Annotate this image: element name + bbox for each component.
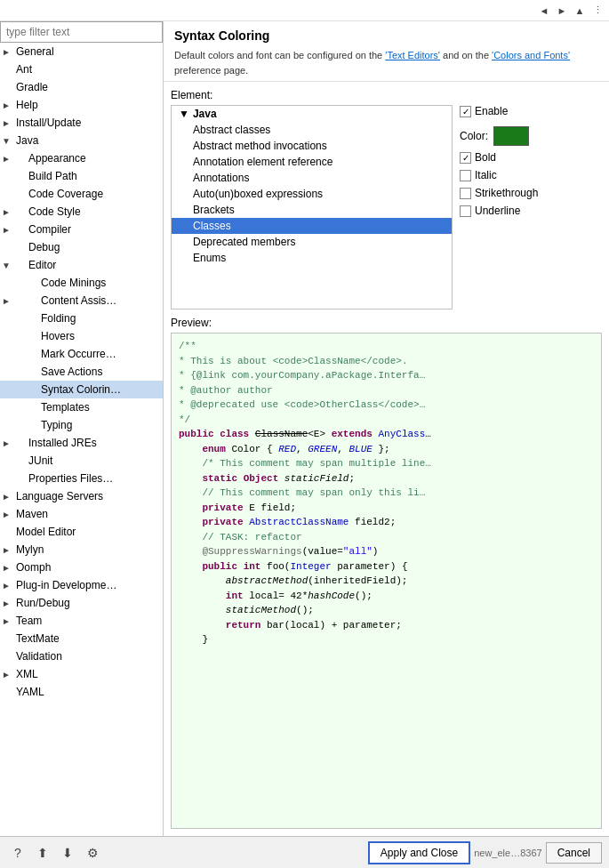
back-button[interactable]: ◄: [536, 3, 552, 19]
tree-label-save-actions: Save Actions: [12, 365, 104, 379]
sidebar-item-editor[interactable]: Editor: [0, 256, 163, 274]
sidebar-item-java[interactable]: Java: [0, 132, 163, 149]
tree-arrow-maven: [0, 510, 12, 519]
sidebar-item-team[interactable]: Team: [0, 612, 163, 630]
tree-label-code-coverage: Code Coverage: [12, 187, 105, 201]
element-section: ▼ Java Abstract classesAbstract method i…: [171, 105, 602, 309]
settings-icon[interactable]: ⚙: [82, 842, 103, 864]
list-item[interactable]: Abstract method invocations: [172, 138, 452, 154]
code-line: abstractMethod(inheritedField);: [179, 574, 594, 589]
sidebar-item-install-update[interactable]: Install/Update: [0, 114, 163, 132]
italic-checkbox[interactable]: [460, 170, 471, 181]
tree-arrow-content-assist: [0, 296, 12, 306]
panel-body: Element: ▼ Java Abstract classesAbstract…: [164, 82, 609, 836]
tree-label-run-debug: Run/Debug: [12, 596, 72, 610]
tree-label-xml: XML: [12, 667, 40, 681]
up-button[interactable]: ▲: [572, 3, 588, 19]
tree-arrow-appearance: [0, 154, 12, 164]
apply-close-button[interactable]: Apply and Close: [368, 841, 470, 864]
sidebar-item-syntax-coloring[interactable]: Syntax Colorin…: [0, 381, 163, 398]
list-item[interactable]: Auto(un)boxed expressions: [172, 186, 452, 202]
sidebar-item-folding[interactable]: Folding: [0, 309, 163, 327]
sidebar-item-build-path[interactable]: Build Path: [0, 167, 163, 185]
text-editors-link[interactable]: 'Text Editors': [385, 50, 440, 60]
sidebar-item-ant[interactable]: Ant: [0, 60, 163, 78]
list-parent-arrow: ▼: [179, 108, 189, 120]
tree-label-yaml: YAML: [12, 685, 46, 699]
sidebar-item-code-style[interactable]: Code Style: [0, 203, 163, 221]
list-item[interactable]: Annotations: [172, 170, 452, 186]
sidebar-item-xml[interactable]: XML: [0, 665, 163, 683]
tree-arrow-installed-jres: [0, 438, 12, 448]
list-item[interactable]: Deprecated members: [172, 234, 452, 250]
tree-label-gradle: Gradle: [12, 80, 50, 94]
filter-input[interactable]: [0, 21, 163, 43]
sidebar-item-textmate[interactable]: TextMate: [0, 630, 163, 647]
list-item[interactable]: Enums: [172, 250, 452, 266]
sidebar-item-oomph[interactable]: Oomph: [0, 559, 163, 576]
bottom-icons: ? ⬆ ⬇ ⚙: [7, 842, 103, 864]
tree-arrow-install-update: [0, 118, 12, 128]
code-line: return bar(local) + parameter;: [179, 618, 594, 633]
options-panel: Enable Color: Bold Italic: [460, 105, 602, 309]
sidebar-item-debug[interactable]: Debug: [0, 238, 163, 256]
help-icon[interactable]: ?: [7, 842, 28, 864]
colors-fonts-link[interactable]: 'Colors and Fonts': [492, 50, 570, 60]
underline-checkbox[interactable]: [460, 205, 471, 217]
status-text: new_ele…8367: [474, 848, 541, 858]
list-item[interactable]: Annotation element reference: [172, 154, 452, 170]
strikethrough-checkbox[interactable]: [460, 188, 471, 199]
cancel-button[interactable]: Cancel: [546, 842, 602, 864]
sidebar-item-model-editor[interactable]: Model Editor: [0, 523, 163, 541]
sidebar-item-mark-occurrences[interactable]: Mark Occurre…: [0, 345, 163, 363]
list-item[interactable]: Brackets: [172, 202, 452, 218]
tree-label-plugin-development: Plug-in Developme…: [12, 578, 118, 592]
sidebar-item-language-servers[interactable]: Language Servers: [0, 487, 163, 505]
sidebar-item-hovers[interactable]: Hovers: [0, 327, 163, 345]
sidebar-item-general[interactable]: General: [0, 43, 163, 60]
tree-label-help: Help: [12, 98, 40, 112]
list-item[interactable]: Classes: [172, 218, 452, 234]
sidebar-item-compiler[interactable]: Compiler: [0, 221, 163, 238]
list-parent-java[interactable]: ▼ Java: [172, 106, 452, 122]
sidebar-item-validation[interactable]: Validation: [0, 647, 163, 665]
sidebar-item-properties-files[interactable]: Properties Files…: [0, 470, 163, 487]
menu-button[interactable]: ⋮: [589, 3, 605, 19]
enable-row: Enable: [460, 105, 602, 117]
tree-arrow-run-debug: [0, 599, 12, 608]
sidebar: GeneralAntGradleHelpInstall/UpdateJavaAp…: [0, 21, 164, 836]
sidebar-item-mylyn[interactable]: Mylyn: [0, 541, 163, 559]
code-line: /**: [179, 339, 594, 354]
bold-checkbox[interactable]: [460, 152, 471, 164]
color-picker[interactable]: [493, 126, 529, 146]
sidebar-item-gradle[interactable]: Gradle: [0, 78, 163, 96]
tree-label-validation: Validation: [12, 649, 64, 663]
enable-checkbox[interactable]: [460, 106, 471, 117]
sidebar-item-code-minings[interactable]: Code Minings: [0, 274, 163, 292]
sidebar-item-junit[interactable]: JUnit: [0, 452, 163, 470]
code-line: @SuppressWarnings(value="all"): [179, 544, 594, 559]
sidebar-item-installed-jres[interactable]: Installed JREs: [0, 434, 163, 452]
code-line: private AbstractClassName field2;: [179, 515, 594, 530]
sidebar-item-templates[interactable]: Templates: [0, 398, 163, 416]
forward-button[interactable]: ►: [554, 3, 570, 19]
sidebar-item-typing[interactable]: Typing: [0, 416, 163, 434]
export-icon[interactable]: ⬇: [57, 842, 78, 864]
sidebar-item-content-assist[interactable]: Content Assis…: [0, 292, 163, 309]
italic-label: Italic: [475, 169, 497, 181]
tree-label-installed-jres: Installed JREs: [12, 436, 99, 450]
sidebar-item-help[interactable]: Help: [0, 96, 163, 114]
sidebar-item-run-debug[interactable]: Run/Debug: [0, 594, 163, 612]
sidebar-item-save-actions[interactable]: Save Actions: [0, 363, 163, 381]
sidebar-item-yaml[interactable]: YAML: [0, 683, 163, 701]
sidebar-item-maven[interactable]: Maven: [0, 505, 163, 523]
panel-header: Syntax Coloring Default colors and font …: [164, 21, 609, 82]
import-icon[interactable]: ⬆: [32, 842, 53, 864]
tree-label-mark-occurrences: Mark Occurre…: [12, 347, 118, 361]
tree-arrow-language-servers: [0, 492, 12, 502]
sidebar-item-appearance[interactable]: Appearance: [0, 149, 163, 167]
sidebar-item-plugin-development[interactable]: Plug-in Developme…: [0, 576, 163, 594]
sidebar-item-code-coverage[interactable]: Code Coverage: [0, 185, 163, 203]
strikethrough-label: Strikethrough: [475, 187, 538, 199]
list-item[interactable]: Abstract classes: [172, 122, 452, 138]
